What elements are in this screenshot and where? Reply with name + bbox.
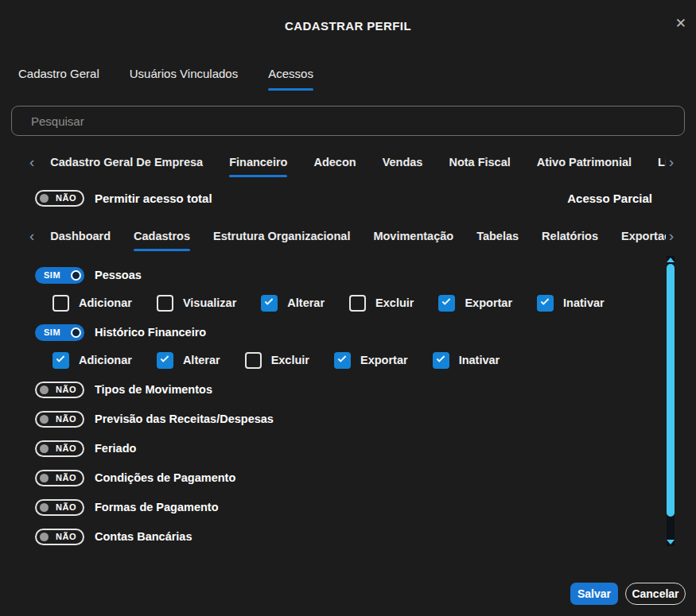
toggle-state-label: NÃO xyxy=(56,502,76,512)
access-total-label: Permitir acesso total xyxy=(95,192,212,205)
permission-toggle[interactable]: NÃO xyxy=(35,411,84,428)
permission-toggle[interactable]: SIM xyxy=(35,324,84,341)
action-visualizar[interactable]: Visualizar xyxy=(157,295,236,312)
checkbox-checked[interactable] xyxy=(334,352,351,369)
scrollbar-thumb[interactable] xyxy=(667,264,675,517)
permission-actions-historico-financeiro: Adicionar Alterar Excluir Exportar Inati… xyxy=(35,351,680,370)
tab-underline xyxy=(449,175,510,177)
tab-underline xyxy=(658,175,666,177)
permission-name: Histórico Financeiro xyxy=(95,326,206,339)
section-tab-label: Relatórios xyxy=(542,230,598,242)
checkbox-checked[interactable] xyxy=(537,295,554,312)
module-tab-vendas[interactable]: Vendas xyxy=(383,156,423,177)
permission-row-contas-bancarias: NÃO Contas Bancárias xyxy=(35,527,680,546)
action-alterar[interactable]: Alterar xyxy=(261,295,325,312)
check-icon xyxy=(161,354,169,362)
permission-toggle[interactable]: NÃO xyxy=(35,382,84,398)
module-tab-label: Nota Fiscal xyxy=(449,156,510,169)
checkbox-unchecked[interactable] xyxy=(245,352,262,369)
main-tabs: Cadastro Geral Usuários Vinculados Acess… xyxy=(18,67,313,91)
module-tab-livro-fiscal[interactable]: Livro Fiscal xyxy=(658,156,666,177)
checkbox-checked[interactable] xyxy=(157,352,173,369)
section-tab-cadastros[interactable]: Cadastros xyxy=(134,230,190,251)
action-inativar[interactable]: Inativar xyxy=(537,295,605,312)
checkbox-unchecked[interactable] xyxy=(52,295,69,312)
module-tab-ativo-patrimonial[interactable]: Ativo Patrimonial xyxy=(537,156,632,177)
section-tab-relatorios[interactable]: Relatórios xyxy=(542,230,598,251)
permission-name: Contas Bancárias xyxy=(95,530,192,543)
check-icon xyxy=(338,354,347,362)
chevron-left-icon[interactable]: ‹ xyxy=(26,230,37,242)
check-icon xyxy=(442,296,451,305)
permission-toggle[interactable]: SIM xyxy=(35,267,84,284)
close-icon[interactable]: ✕ xyxy=(675,17,686,30)
section-tab-label: Tabelas xyxy=(476,230,519,242)
tab-underline xyxy=(130,88,238,91)
checkbox-checked[interactable] xyxy=(52,352,69,369)
module-tab-nota-fiscal[interactable]: Nota Fiscal xyxy=(449,156,510,177)
chevron-left-icon[interactable]: ‹ xyxy=(26,156,37,169)
check-icon xyxy=(541,296,550,305)
cadastrar-perfil-dialog: CADASTRAR PERFIL ✕ Cadastro Geral Usuári… xyxy=(0,0,696,616)
section-tab-strip: ‹ Dashboard Cadastros Estrutura Organiza… xyxy=(26,230,677,254)
module-tab-cadastro-geral-de-empresa[interactable]: Cadastro Geral De Empresa xyxy=(50,156,203,177)
toggle-knob xyxy=(40,503,49,512)
permission-toggle[interactable]: NÃO xyxy=(35,529,84,545)
permission-toggle[interactable]: NÃO xyxy=(35,499,84,516)
tab-label: Acessos xyxy=(268,67,313,80)
tab-underline xyxy=(213,249,350,251)
scrollbar-track[interactable] xyxy=(667,256,675,546)
section-tab-dashboard[interactable]: Dashboard xyxy=(50,230,111,251)
tab-usuarios-vinculados[interactable]: Usuários Vinculados xyxy=(130,67,238,91)
scroll-up-arrow-icon[interactable] xyxy=(667,258,675,262)
permission-name: Formas de Pagamento xyxy=(95,501,219,513)
toggle-state-label: NÃO xyxy=(56,193,76,203)
action-excluir[interactable]: Excluir xyxy=(245,352,309,369)
section-tab-estrutura-organizacional[interactable]: Estrutura Organizacional xyxy=(213,230,350,251)
action-adicionar[interactable]: Adicionar xyxy=(52,352,132,369)
toggle-knob xyxy=(40,533,49,541)
checkbox-unchecked[interactable] xyxy=(157,295,173,312)
checkbox-checked[interactable] xyxy=(433,352,449,369)
section-tab-label: Cadastros xyxy=(134,230,190,242)
module-tab-adecon[interactable]: Adecon xyxy=(313,156,356,177)
permission-row-formas-de-pagamento: NÃO Formas de Pagamento xyxy=(35,498,680,517)
save-button[interactable]: Salvar xyxy=(570,583,618,605)
action-exportar[interactable]: Exportar xyxy=(438,295,512,312)
access-total-toggle[interactable]: NÃO xyxy=(35,190,84,207)
tab-underline xyxy=(542,249,598,251)
section-tabs: Dashboard Cadastros Estrutura Organizaci… xyxy=(50,230,665,251)
module-tab-label: Vendas xyxy=(383,156,423,169)
permission-toggle[interactable]: NÃO xyxy=(35,440,84,457)
cancel-button[interactable]: Cancelar xyxy=(625,583,686,605)
permission-toggle[interactable]: NÃO xyxy=(35,470,84,486)
section-tab-tabelas[interactable]: Tabelas xyxy=(476,230,519,251)
tab-acessos[interactable]: Acessos xyxy=(268,67,313,91)
action-excluir[interactable]: Excluir xyxy=(349,295,414,312)
action-alterar[interactable]: Alterar xyxy=(157,352,220,369)
permission-name: Tipos de Movimentos xyxy=(95,383,212,396)
action-adicionar[interactable]: Adicionar xyxy=(52,295,132,312)
checkbox-checked[interactable] xyxy=(438,295,455,312)
toggle-state-label: SIM xyxy=(44,327,60,337)
permission-actions-pessoas: Adicionar Visualizar Alterar Excluir Exp… xyxy=(35,293,680,312)
scroll-down-arrow-icon[interactable] xyxy=(667,540,675,544)
action-label: Inativar xyxy=(563,296,605,309)
section-tab-exportacao-de[interactable]: Exportação De xyxy=(621,230,666,251)
toggle-knob xyxy=(40,415,49,424)
module-tab-financeiro[interactable]: Financeiro xyxy=(229,156,287,177)
chevron-right-icon[interactable]: › xyxy=(666,156,677,169)
permission-row-tipos-de-movimentos: NÃO Tipos de Movimentos xyxy=(35,380,680,399)
search-input[interactable] xyxy=(12,114,684,128)
tab-cadastro-geral[interactable]: Cadastro Geral xyxy=(18,67,99,91)
checkbox-checked[interactable] xyxy=(261,295,278,312)
section-tab-movimentacao[interactable]: Movimentação xyxy=(373,230,453,251)
action-inativar[interactable]: Inativar xyxy=(433,352,500,369)
action-exportar[interactable]: Exportar xyxy=(334,352,408,369)
action-label: Excluir xyxy=(271,354,309,366)
action-label: Excluir xyxy=(375,296,414,309)
checkbox-unchecked[interactable] xyxy=(349,295,366,312)
module-tab-label: Ativo Patrimonial xyxy=(537,156,632,169)
module-tabs: Cadastro Geral De Empresa Financeiro Ade… xyxy=(50,156,665,177)
chevron-right-icon[interactable]: › xyxy=(666,230,677,242)
